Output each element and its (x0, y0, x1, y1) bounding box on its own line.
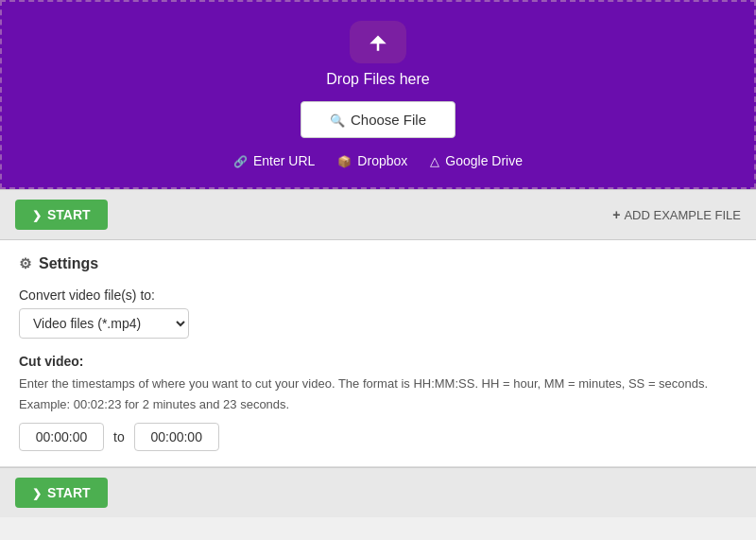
upload-area: Drop Files here Choose File Enter URL Dr… (0, 0, 756, 189)
cut-video-example: Example: 00:02:23 for 2 minutes and 23 s… (19, 397, 737, 411)
enter-url-label: Enter URL (253, 153, 315, 168)
add-example-label: ADD EXAMPLE FILE (624, 208, 741, 222)
enter-url-link[interactable]: Enter URL (233, 153, 315, 168)
end-time-input[interactable] (134, 423, 219, 451)
convert-label: Convert video file(s) to: (19, 287, 737, 303)
link-icon (233, 153, 248, 168)
upload-icon (350, 21, 406, 63)
start-time-input[interactable] (19, 423, 104, 451)
source-links: Enter URL Dropbox Google Drive (233, 153, 523, 168)
start-button-bottom[interactable]: START (15, 478, 108, 508)
start-button-top[interactable]: START (15, 200, 108, 230)
google-drive-link[interactable]: Google Drive (430, 153, 523, 168)
cut-video-title: Cut video: (19, 354, 737, 369)
top-toolbar: START ADD EXAMPLE FILE (0, 189, 756, 240)
chevron-right-icon-bottom (32, 485, 42, 500)
dropbox-link[interactable]: Dropbox (337, 153, 407, 168)
upload-svg (364, 28, 392, 57)
chevron-right-icon (32, 207, 42, 222)
dropbox-label: Dropbox (357, 153, 407, 168)
choose-file-label: Choose File (351, 112, 426, 128)
start-label-bottom: START (47, 485, 91, 500)
time-range: to (19, 423, 737, 451)
convert-format-group: Convert video file(s) to: Video files (*… (19, 287, 737, 339)
start-label-top: START (47, 207, 91, 222)
add-example-link[interactable]: ADD EXAMPLE FILE (612, 207, 741, 222)
search-icon (330, 112, 345, 128)
dropbox-icon (337, 153, 352, 168)
to-label: to (113, 429, 125, 444)
bottom-toolbar: START (0, 467, 756, 517)
choose-file-button[interactable]: Choose File (301, 101, 455, 138)
settings-section: Settings Convert video file(s) to: Video… (0, 240, 756, 467)
format-select[interactable]: Video files (*.mp4) Video files (*.avi) … (19, 308, 189, 339)
gdrive-icon (430, 153, 439, 168)
plus-icon (612, 207, 620, 222)
settings-header: Settings (19, 255, 737, 272)
drop-text: Drop Files here (326, 71, 429, 88)
settings-title: Settings (39, 255, 98, 272)
cut-video-section: Cut video: Enter the timestamps of where… (19, 354, 737, 451)
google-drive-label: Google Drive (445, 153, 523, 168)
gear-icon (19, 255, 31, 272)
cut-video-desc: Enter the timestamps of where you want t… (19, 375, 737, 393)
